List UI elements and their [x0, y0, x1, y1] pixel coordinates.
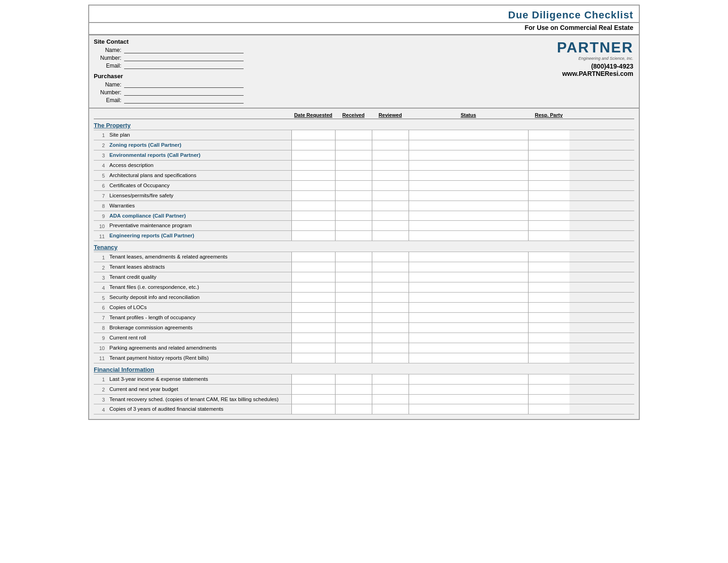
status-cell[interactable]	[409, 385, 528, 394]
status-cell[interactable]	[409, 293, 528, 302]
date-cell[interactable]	[291, 252, 335, 262]
purchaser-email-field[interactable]	[124, 97, 244, 103]
date-cell[interactable]	[291, 211, 335, 221]
reviewed-cell[interactable]	[372, 181, 409, 190]
date-cell[interactable]	[291, 323, 335, 333]
status-cell[interactable]	[409, 272, 528, 282]
resp-cell[interactable]	[528, 171, 569, 180]
received-cell[interactable]	[335, 353, 372, 363]
reviewed-cell[interactable]	[372, 221, 409, 230]
resp-cell[interactable]	[528, 313, 569, 322]
status-cell[interactable]	[409, 191, 528, 201]
reviewed-cell[interactable]	[372, 333, 409, 343]
date-cell[interactable]	[291, 282, 335, 292]
resp-cell[interactable]	[528, 221, 569, 230]
reviewed-cell[interactable]	[372, 130, 409, 140]
resp-cell[interactable]	[528, 272, 569, 282]
received-cell[interactable]	[335, 191, 372, 201]
reviewed-cell[interactable]	[372, 140, 409, 150]
resp-cell[interactable]	[528, 140, 569, 150]
resp-cell[interactable]	[528, 191, 569, 201]
status-cell[interactable]	[409, 262, 528, 272]
reviewed-cell[interactable]	[372, 191, 409, 201]
status-cell[interactable]	[409, 313, 528, 322]
resp-cell[interactable]	[528, 343, 569, 353]
resp-cell[interactable]	[528, 282, 569, 292]
date-cell[interactable]	[291, 201, 335, 211]
status-cell[interactable]	[409, 221, 528, 230]
purchaser-name-field[interactable]	[124, 81, 244, 88]
reviewed-cell[interactable]	[372, 161, 409, 170]
status-cell[interactable]	[409, 231, 528, 241]
reviewed-cell[interactable]	[372, 252, 409, 262]
status-cell[interactable]	[409, 343, 528, 353]
reviewed-cell[interactable]	[372, 395, 409, 404]
received-cell[interactable]	[335, 140, 372, 150]
reviewed-cell[interactable]	[372, 385, 409, 394]
received-cell[interactable]	[335, 161, 372, 170]
site-name-field[interactable]	[124, 47, 244, 53]
reviewed-cell[interactable]	[372, 211, 409, 221]
date-cell[interactable]	[291, 385, 335, 394]
status-cell[interactable]	[409, 282, 528, 292]
reviewed-cell[interactable]	[372, 303, 409, 312]
reviewed-cell[interactable]	[372, 262, 409, 272]
status-cell[interactable]	[409, 161, 528, 170]
status-cell[interactable]	[409, 303, 528, 312]
site-number-field[interactable]	[124, 55, 244, 61]
date-cell[interactable]	[291, 293, 335, 302]
status-cell[interactable]	[409, 333, 528, 343]
reviewed-cell[interactable]	[372, 374, 409, 384]
received-cell[interactable]	[335, 303, 372, 312]
status-cell[interactable]	[409, 404, 528, 414]
received-cell[interactable]	[335, 323, 372, 333]
status-cell[interactable]	[409, 374, 528, 384]
resp-cell[interactable]	[528, 323, 569, 333]
status-cell[interactable]	[409, 211, 528, 221]
date-cell[interactable]	[291, 231, 335, 241]
reviewed-cell[interactable]	[372, 201, 409, 211]
resp-cell[interactable]	[528, 231, 569, 241]
received-cell[interactable]	[335, 374, 372, 384]
date-cell[interactable]	[291, 130, 335, 140]
status-cell[interactable]	[409, 323, 528, 333]
received-cell[interactable]	[335, 313, 372, 322]
reviewed-cell[interactable]	[372, 272, 409, 282]
resp-cell[interactable]	[528, 161, 569, 170]
resp-cell[interactable]	[528, 201, 569, 211]
received-cell[interactable]	[335, 343, 372, 353]
received-cell[interactable]	[335, 221, 372, 230]
status-cell[interactable]	[409, 181, 528, 190]
date-cell[interactable]	[291, 313, 335, 322]
reviewed-cell[interactable]	[372, 171, 409, 180]
received-cell[interactable]	[335, 333, 372, 343]
date-cell[interactable]	[291, 262, 335, 272]
resp-cell[interactable]	[528, 252, 569, 262]
reviewed-cell[interactable]	[372, 282, 409, 292]
resp-cell[interactable]	[528, 395, 569, 404]
status-cell[interactable]	[409, 395, 528, 404]
status-cell[interactable]	[409, 171, 528, 180]
site-email-field[interactable]	[124, 63, 244, 69]
reviewed-cell[interactable]	[372, 323, 409, 333]
resp-cell[interactable]	[528, 374, 569, 384]
date-cell[interactable]	[291, 140, 335, 150]
resp-cell[interactable]	[528, 150, 569, 160]
status-cell[interactable]	[409, 252, 528, 262]
status-cell[interactable]	[409, 201, 528, 211]
resp-cell[interactable]	[528, 333, 569, 343]
reviewed-cell[interactable]	[372, 404, 409, 414]
status-cell[interactable]	[409, 353, 528, 363]
date-cell[interactable]	[291, 303, 335, 312]
date-cell[interactable]	[291, 272, 335, 282]
resp-cell[interactable]	[528, 404, 569, 414]
resp-cell[interactable]	[528, 293, 569, 302]
status-cell[interactable]	[409, 130, 528, 140]
resp-cell[interactable]	[528, 303, 569, 312]
received-cell[interactable]	[335, 150, 372, 160]
resp-cell[interactable]	[528, 262, 569, 272]
resp-cell[interactable]	[528, 130, 569, 140]
received-cell[interactable]	[335, 385, 372, 394]
date-cell[interactable]	[291, 353, 335, 363]
date-cell[interactable]	[291, 181, 335, 190]
